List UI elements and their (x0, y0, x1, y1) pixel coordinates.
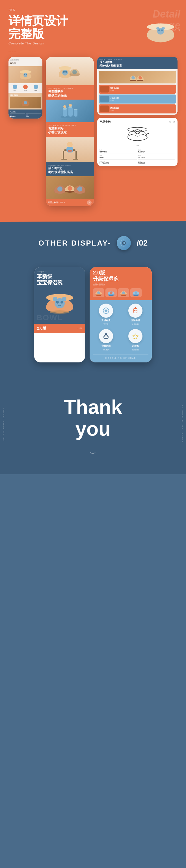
phones-container: 宝宝保湿碗 BOWL 恒温 (8, 57, 178, 206)
svg-point-11 (26, 74, 27, 75)
svg-point-20 (72, 70, 77, 74)
svg-point-74 (134, 291, 137, 294)
svg-point-62 (56, 301, 59, 304)
care-set-card: MODELLING OF CARE 成长3件套爱吃饭才能长高高 (97, 57, 178, 115)
svg-point-13 (24, 101, 27, 104)
svg-point-41 (67, 186, 72, 191)
svg-point-51 (136, 133, 137, 134)
svg-point-45 (131, 76, 135, 80)
svg-point-16 (62, 70, 68, 75)
svg-point-27 (69, 104, 72, 107)
svg-rect-80 (105, 333, 107, 335)
svg-point-68 (97, 291, 100, 294)
svg-point-37 (67, 150, 72, 152)
svg-point-3 (158, 29, 160, 31)
svg-point-17 (63, 71, 65, 73)
svg-point-63 (61, 301, 63, 304)
display-circle-button[interactable] (117, 236, 131, 250)
svg-rect-31 (63, 151, 64, 159)
svg-point-43 (77, 186, 82, 191)
phone2-left-title: 革新级宝宝保湿碗 (37, 274, 82, 286)
svg-rect-32 (75, 151, 77, 159)
thankyou-section: DETAIL PAGE DESIGN COMPLETE THE DESIGN T… (0, 374, 186, 474)
other-display-section: OTHER DISPLAY- /02 (0, 222, 186, 261)
svg-rect-34 (73, 159, 78, 160)
second-phones-section: babylifts 革新级宝宝保湿碗 (0, 261, 186, 374)
svg-rect-22 (63, 108, 67, 117)
other-display-label: OTHER DISPLAY- (38, 239, 112, 247)
svg-point-39 (57, 186, 62, 191)
svg-point-72 (122, 291, 125, 294)
side-text-left: DETAIL PAGE DESIGN (2, 407, 5, 441)
svg-rect-33 (61, 159, 67, 160)
decorative-wavy-line (8, 51, 178, 51)
svg-rect-25 (68, 107, 73, 117)
svg-point-52 (138, 133, 139, 134)
year-label: 2025 (8, 8, 178, 11)
thankyou-line2: you (64, 418, 122, 440)
side-text-right: COMPLETE THE DESIGN (181, 405, 184, 443)
phone2-right: 2.0版升级保湿碗 全新产品亮点 (90, 267, 152, 363)
svg-point-10 (24, 74, 25, 75)
svg-point-79 (104, 336, 108, 339)
specs-title: 产品参数 (99, 120, 111, 124)
svg-point-6 (162, 27, 165, 30)
svg-point-76 (105, 310, 107, 312)
phone2-left-subtitle: babylifts (37, 271, 82, 273)
svg-point-4 (161, 29, 163, 31)
phone2-right-bottom-label: MODELLING OF CRAB (93, 354, 148, 359)
svg-point-15 (59, 66, 71, 70)
svg-point-5 (156, 27, 159, 30)
bowl-watermark-text: BOWL (36, 313, 63, 322)
phone2-right-subtitle: 全新产品亮点 (93, 283, 148, 286)
thankyou-smile-icon: ⌣ (64, 447, 122, 457)
svg-point-29 (74, 108, 78, 110)
svg-point-18 (65, 71, 67, 73)
phone-left: 宝宝保湿碗 BOWL 恒温 (8, 57, 42, 119)
svg-point-9 (24, 73, 27, 77)
phone-center: CONVENIENT IN WATER 可便携换水提供二次保温 (46, 57, 94, 206)
phone2-left-version: 2.0版 (37, 326, 46, 331)
svg-point-35 (67, 142, 73, 147)
svg-rect-28 (74, 110, 78, 117)
bowl-image-top-right (144, 14, 178, 48)
svg-point-48 (128, 134, 147, 141)
specs-card: 产品参数 ①一共 (97, 118, 178, 166)
svg-point-47 (138, 76, 142, 80)
top-section: 2025 详情页设计 完整版 Complete The Design Detai… (0, 0, 186, 221)
svg-point-65 (62, 297, 66, 301)
display-number: /02 (136, 239, 148, 248)
phone2-right-title: 2.0版升级保湿碗 (93, 270, 148, 282)
svg-point-24 (63, 105, 66, 108)
svg-point-58 (123, 243, 124, 244)
svg-point-70 (110, 291, 113, 294)
phone2-left: babylifts 革新级宝宝保湿碗 (34, 267, 85, 363)
right-content-panel: MODELLING OF CARE 成长3件套爱吃饭才能长高高 (97, 57, 178, 166)
svg-rect-77 (134, 308, 137, 313)
thankyou-line1: Thank (64, 396, 122, 418)
svg-point-64 (53, 297, 57, 301)
